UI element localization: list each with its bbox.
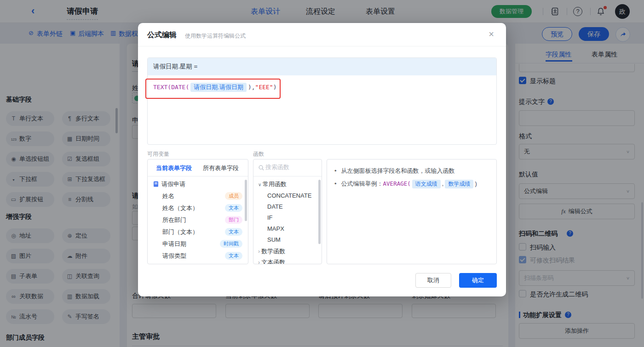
variables-scrollbar[interactable]	[245, 180, 247, 221]
function-group-common[interactable]: ∨ 常用函数	[258, 180, 287, 188]
functions-scrollbar[interactable]	[318, 180, 321, 244]
function-group-label: 数学函数	[261, 248, 285, 255]
variable-row[interactable]: 所在部门	[162, 216, 186, 224]
variable-type-badge: 文本	[225, 228, 242, 236]
variable-type-badge: 时间戳	[220, 240, 242, 248]
functions-label: 函数	[253, 150, 264, 158]
variable-type-badge: 文本	[225, 252, 242, 260]
confirm-button[interactable]: 确定	[459, 273, 497, 288]
example-comma: ,	[442, 180, 444, 187]
function-item[interactable]: CONCATENATE	[267, 192, 311, 199]
modal-subtitle: 使用数学运算符编辑公式	[185, 32, 246, 40]
formula-target: 请假日期.星期 =	[148, 58, 496, 75]
variables-tree-root[interactable]: 请假申请	[161, 180, 185, 188]
function-group-math[interactable]: › 数学函数	[258, 247, 285, 256]
form-designer-app: ‹ 请假申请 表单设计 流程设定 表单设置 数据管理 政 ⊘ 表单外链 ▣ 后端…	[0, 0, 644, 347]
variables-panel: 当前表单字段 所有表单字段 请假申请 姓名成员 姓名（文本）文本 所在部门部门 …	[147, 159, 248, 264]
search-divider	[253, 176, 322, 176]
function-item[interactable]: IF	[267, 214, 273, 221]
function-item[interactable]: MAPX	[267, 225, 284, 232]
tab-current-form-fields[interactable]: 当前表单字段	[156, 164, 192, 172]
help-tip-1: 从左侧面板选择字段名和函数，或输入函数	[334, 167, 455, 175]
variable-row[interactable]: 部门（文本）	[162, 228, 198, 236]
cancel-button[interactable]: 取消	[415, 273, 451, 288]
close-icon[interactable]	[489, 29, 494, 39]
variable-type-badge: 文本	[225, 204, 242, 212]
variable-row[interactable]: 姓名	[162, 192, 174, 200]
example-close-paren: )	[475, 180, 477, 187]
example-field-chip: 数学成绩	[445, 180, 473, 188]
example-function: AVERAGE(	[383, 180, 411, 187]
annotation-highlight-box	[145, 79, 281, 99]
function-item[interactable]: SUM	[267, 236, 281, 243]
modal-header-divider	[138, 46, 506, 46]
tab-all-form-fields[interactable]: 所有表单字段	[203, 164, 239, 172]
function-search-input[interactable]	[265, 164, 315, 171]
variable-row[interactable]: 姓名（文本）	[162, 204, 198, 212]
formula-editor-modal: 公式编辑 使用数学运算符编辑公式 请假日期.星期 = TEXT(DATE(请假日…	[138, 23, 506, 296]
search-icon	[258, 165, 264, 171]
function-group-text[interactable]: › 文本函数	[258, 258, 285, 264]
formula-editor[interactable]: 请假日期.星期 = TEXT(DATE(请假日期.请假日期),"EEE")	[147, 57, 497, 145]
example-field-chip: 语文成绩	[412, 180, 441, 188]
help-tip-2: 公式编辑举例：AVERAGE(语文成绩,数学成绩)	[334, 180, 477, 188]
chevron-down-icon: ∨	[258, 182, 263, 187]
function-item[interactable]: DATE	[267, 203, 283, 210]
variable-row[interactable]: 请假类型	[162, 252, 186, 260]
function-group-label: 文本函数	[261, 259, 285, 264]
variable-type-badge: 成员	[225, 192, 242, 200]
example-prefix: 公式编辑举例：	[341, 180, 383, 187]
tabs-divider	[148, 176, 248, 176]
variables-label: 可用变量	[147, 150, 169, 158]
formula-help-panel: 从左侧面板选择字段名和函数，或输入函数 公式编辑举例：AVERAGE(语文成绩,…	[327, 159, 497, 264]
functions-panel: ∨ 常用函数 CONCATENATE DATE IF MAPX SUM › 数学…	[253, 159, 322, 264]
form-doc-icon	[153, 181, 159, 187]
variable-row[interactable]: 申请日期	[162, 240, 186, 248]
variable-type-badge: 部门	[225, 216, 242, 224]
modal-title: 公式编辑	[147, 30, 177, 40]
function-group-label: 常用函数	[263, 181, 287, 188]
